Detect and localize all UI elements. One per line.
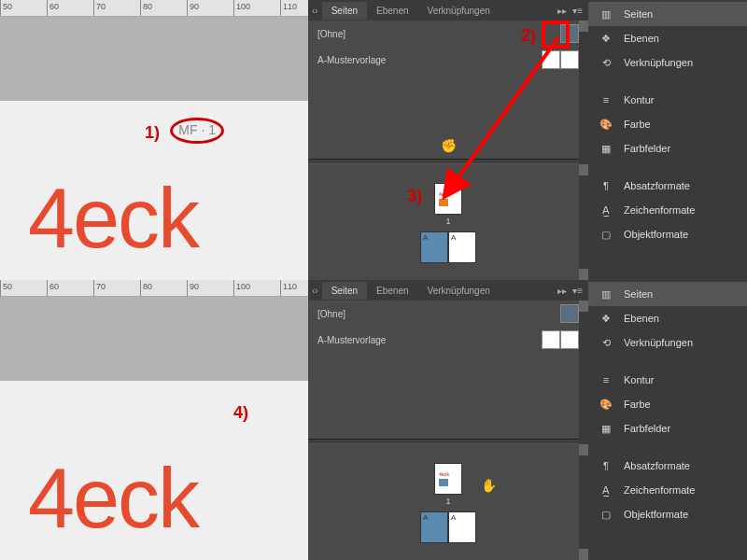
side-item-layers[interactable]: ❖Ebenen [588,26,747,50]
ruler-tick: 80 [143,282,152,291]
master-a-row[interactable]: A-Mustervorlage [308,47,588,73]
expand-icon[interactable]: ▸▸ [554,6,571,16]
side-item-obj-styles[interactable]: ▢Objektformate [588,502,747,526]
side-item-pages[interactable]: ▥Seiten [588,282,747,306]
master-thumb-none[interactable] [560,304,579,323]
side-item-char-styles[interactable]: A̲Zeichenformate [588,198,747,222]
horizontal-ruler: 50 60 70 80 90 100 110 120 [0,280,308,297]
side-item-char-styles[interactable]: A̲Zeichenformate [588,478,747,502]
grab-cursor-icon: ✊ [441,138,457,153]
collapse-icon[interactable]: ‹› [308,6,322,16]
swatches-icon: ▦ [598,142,614,155]
master-indicator: A [423,513,428,522]
links-icon: ⟲ [598,336,614,349]
side-label: Seiten [624,8,653,20]
scroll-up-icon[interactable] [579,301,588,312]
side-panel-top: ▥Seiten ❖Ebenen ⟲Verknüpfungen ≡Kontur 🎨… [588,0,747,280]
scroll-up-icon[interactable] [579,21,588,32]
color-icon: 🎨 [598,118,614,131]
side-item-color[interactable]: 🎨Farbe [588,112,747,136]
grab-cursor-icon: ✋ [481,478,497,493]
scroll-down-icon[interactable] [579,269,588,280]
pages-panel-bottom: ‹› Seiten Ebenen Verknüpfungen ▸▸ ▾≡ [Oh… [308,280,588,560]
side-item-links[interactable]: ⟲Verknüpfungen [588,330,747,355]
page-thumb-1[interactable]: 4eck [434,463,462,495]
side-item-color[interactable]: 🎨Farbe [588,392,747,416]
tab-pages[interactable]: Seiten [322,282,367,300]
master-none-row[interactable]: [Ohne] [308,301,588,327]
side-item-para-styles[interactable]: ¶Absatzformate [588,454,747,478]
master-a-row[interactable]: A-Mustervorlage [308,327,588,353]
ruler-tick: 70 [96,2,106,11]
side-item-pages[interactable]: ▥Seiten [588,2,747,26]
ruler-tick: 80 [143,2,152,11]
side-item-swatches[interactable]: ▦Farbfelder [588,416,747,441]
ruler-tick: 70 [96,282,106,291]
master-thumb-a-right[interactable] [560,330,579,349]
expand-icon[interactable]: ▸▸ [554,286,571,296]
ruler-tick: 100 [236,2,250,11]
side-label: Ebenen [624,33,659,44]
document-pages-strip: 4eck 1 A A [308,164,588,280]
side-item-swatches[interactable]: ▦Farbfelder [588,136,747,161]
side-label: Absatzformate [624,460,690,471]
tab-links[interactable]: Verknüpfungen [418,282,500,300]
pages-icon: ▥ [598,287,614,301]
panel-menu-icon[interactable]: ▾≡ [571,284,588,298]
side-label: Kontur [624,94,654,105]
side-label: Kontur [624,374,654,385]
character-icon: A̲ [598,203,614,217]
panel-tabs: ‹› Seiten Ebenen Verknüpfungen ▸▸ ▾≡ [308,280,588,301]
side-item-stroke[interactable]: ≡Kontur [588,368,747,392]
page-spread-2-3[interactable]: A A [420,511,476,543]
side-item-para-styles[interactable]: ¶Absatzformate [588,174,747,198]
annotation-box [542,21,570,49]
side-label: Absatzformate [624,180,690,191]
page-thumb-1[interactable]: 4eck [434,183,462,215]
ruler-tick: 110 [283,282,297,291]
side-panel-bottom: ▥Seiten ❖Ebenen ⟲Verknüpfungen ≡Kontur 🎨… [588,280,747,560]
side-item-links[interactable]: ⟲Verknüpfungen [588,50,747,75]
side-label: Objektformate [624,229,688,240]
scroll-thumb[interactable] [579,444,588,455]
ruler-tick: 90 [190,282,199,291]
page-spread-2-3[interactable]: A A [420,231,476,263]
master-indicator: A [423,233,428,242]
side-item-obj-styles[interactable]: ▢Objektformate [588,222,747,246]
master-thumb-a-right[interactable] [560,50,579,69]
side-item-stroke[interactable]: ≡Kontur [588,88,747,112]
object-icon: ▢ [598,228,614,241]
annotation-ellipse [170,118,224,144]
pages-icon: ▥ [598,7,614,21]
document-page[interactable]: MF · 1 4eck [0,101,308,280]
master-label: A-Mustervorlage [317,55,386,65]
side-label: Farbfelder [624,143,670,154]
panel-scrollbar[interactable] [579,301,588,560]
scroll-down-icon[interactable] [579,549,588,560]
logo-text: 4eck [28,451,198,547]
side-label: Zeichenformate [624,484,695,496]
side-label: Farbe [624,399,651,410]
stroke-icon: ≡ [598,373,614,386]
page-number-label: 1 [445,497,450,506]
scroll-thumb[interactable] [579,164,588,175]
layers-icon: ❖ [598,32,614,45]
side-label: Objektformate [624,509,688,520]
master-label: A-Mustervorlage [317,335,386,345]
ruler-tick: 60 [49,2,59,11]
collapse-icon[interactable]: ‹› [308,286,322,296]
document-page[interactable]: 4eck [0,381,308,560]
side-item-layers[interactable]: ❖Ebenen [588,306,747,330]
side-label: Verknüpfungen [624,57,693,68]
tab-layers[interactable]: Ebenen [367,2,417,20]
swatches-icon: ▦ [598,422,614,435]
panel-scrollbar[interactable] [579,21,588,280]
panel-menu-icon[interactable]: ▾≡ [571,4,588,18]
master-thumb-a-left[interactable] [542,50,560,69]
tab-links[interactable]: Verknüpfungen [418,2,500,20]
page-number-label: 1 [445,217,450,226]
ruler-tick: 60 [49,282,59,291]
tab-layers[interactable]: Ebenen [367,282,417,300]
master-thumb-a-left[interactable] [542,330,560,349]
tab-pages[interactable]: Seiten [322,2,367,20]
